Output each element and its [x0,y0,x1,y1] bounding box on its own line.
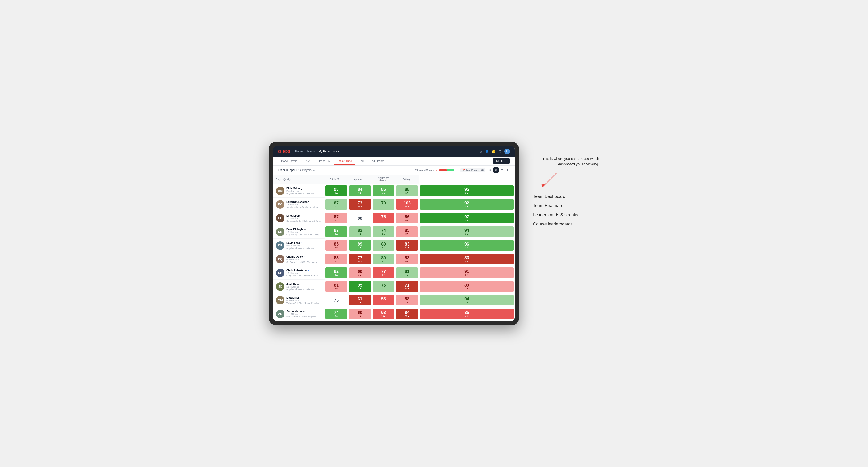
score-box: 75 [326,295,347,305]
search-icon[interactable]: ⌕ [480,150,482,153]
tab-tour[interactable]: Tour [356,158,368,165]
score-value: 86 [405,215,409,219]
score-value: 79 [381,201,386,205]
score-change: 3▼ [465,274,468,276]
player-info: MM Matt Miller 6-10 Handicap Woburn Golf… [276,296,322,305]
player-name[interactable]: Charlie Quick✓ [286,255,322,258]
player-avatar: BM [276,187,284,195]
score-box: 71 11▼ [396,281,418,292]
score-change: 4▲ [405,274,409,276]
dashboard-options: Team Dashboard Team Heatmap Leaderboards… [533,194,599,227]
player-name[interactable]: Elliot Ebert [286,214,322,217]
table-row[interactable]: MM Matt Miller 6-10 Handicap Woburn Golf… [273,293,515,307]
score-value: 80 [381,242,386,246]
table-row[interactable]: JC Josh Coles 1-5 Handicap Royal North D… [273,280,515,293]
nav-home[interactable]: Home [295,149,303,154]
score-approach: 85 8▲ [372,184,395,198]
nav-my-performance[interactable]: My Performance [318,149,339,154]
tab-pga[interactable]: PGA [302,158,314,165]
player-info: DB Dave Billingham 1-5 Handicap Gog Mago… [276,228,322,236]
player-cell: JC Josh Coles 1-5 Handicap Royal North D… [273,280,324,293]
col-player-quality: Player Quality ↕ [273,175,324,184]
player-name[interactable]: Matt Miller [286,296,319,299]
player-name[interactable]: Blair McHarg [286,187,322,190]
score-value: 83 [334,256,339,260]
table-row[interactable]: EE Elliot Ebert 1-5 Handicap Sunningdale… [273,211,515,225]
player-name[interactable]: Dave Billingham [286,228,322,231]
table-row[interactable]: CQ Charlie Quick✓ 6-10 Handicap St. Geor… [273,252,515,266]
player-name[interactable]: Josh Coles [286,283,322,285]
score-off_tee: 77 14▼ [348,252,372,266]
score-value: 60 [358,269,362,274]
score-value: 88 [405,187,409,191]
player-avatar: DB [276,228,284,236]
filter-icon[interactable]: ⬇ [505,167,510,173]
tab-hcaps[interactable]: Hcaps 1-5 [315,158,333,165]
score-box: 81 4▲ [396,268,418,278]
tablet-screen: clippd Home Teams My Performance ⌕ 👤 🔔 ⚙… [273,146,515,321]
player-avatar: CR [276,269,284,277]
score-box: 82 4▲ [349,226,371,237]
score-value: 96 [464,242,469,246]
player-name[interactable]: Aaron Nicholls [286,310,316,313]
nav-teams[interactable]: Teams [306,149,315,154]
navbar-icons: ⌕ 👤 🔔 ⚙ U [480,149,510,154]
player-info: CR Chris Robertson✓ 1-5 Handicap Craigmi… [276,269,322,277]
score-change: 3▼ [405,233,409,235]
score-value: 80 [381,256,386,260]
score-off_tee: 61 3▼ [348,293,372,307]
score-box: 85 3▼ [396,226,418,237]
score-change: 5▲ [465,219,468,221]
list-view-icon[interactable]: ☰ [499,167,504,173]
score-box: 87 4▲ [326,226,347,237]
table-row[interactable]: AN Aaron Nicholls 11-15 Handicap Drift G… [273,307,515,321]
player-name[interactable]: Edward Crossman [286,200,322,203]
score-approach: 58 10▲ [372,307,395,321]
avatar[interactable]: U [504,149,510,154]
settings-icon[interactable]: ⚙ [498,150,501,153]
logo[interactable]: clippd [278,149,290,154]
player-avatar: CQ [276,255,284,263]
add-team-button[interactable]: Add Team [493,158,510,164]
table-row[interactable]: CR Chris Robertson✓ 1-5 Handicap Craigmi… [273,266,515,280]
player-details: Dave Billingham 1-5 Handicap Gog Magog G… [286,228,322,236]
bell-icon[interactable]: 🔔 [492,150,496,153]
score-box: 93 9▲ [326,185,347,196]
player-name[interactable]: David Ford✓ [286,242,322,244]
score-change: 3▼ [465,206,468,208]
score-box: 89 7▲ [349,240,371,251]
table-view-icon[interactable]: ⊟ [493,167,499,173]
score-box: 75 2▲ [373,281,394,292]
tab-all-players[interactable]: All Players [369,158,388,165]
table-body: BM Blair McHarg Plus Handicap Royal Nort… [273,184,515,321]
person-icon[interactable]: 👤 [485,150,489,153]
col-putting: Putting ↕ [395,175,419,184]
view-icons: ⊞ ⊟ ☰ ⬇ [488,167,510,173]
score-change: 8▼ [465,260,468,262]
edit-icon[interactable]: ✏ [313,169,315,172]
player-name[interactable]: Chris Robertson✓ [286,269,318,272]
score-player_quality: 93 9▲ [324,184,348,198]
score-value: 92 [464,201,469,205]
score-around_green: 85 3▼ [395,225,419,239]
score-box: 77 3▼ [373,268,394,278]
score-value: 61 [358,297,362,301]
player-cell: EE Elliot Ebert 1-5 Handicap Sunningdale… [273,211,324,225]
player-club: Drift Golf Club, United Kingdom [286,316,316,318]
score-change: 6▼ [405,260,409,262]
table-row[interactable]: EC Edward Crossman 1-5 Handicap Sunningd… [273,198,515,211]
table-row[interactable]: DF David Ford✓ Plus Handicap Royal North… [273,239,515,252]
annotation-text: This is where you can choose which dashb… [533,156,599,167]
score-change: 2▲ [382,288,385,290]
score-value: 60 [358,310,362,315]
score-approach: 77 3▼ [372,266,395,280]
score-change: 3▼ [382,219,385,221]
tab-pgat-players[interactable]: PGAT Players [278,158,301,165]
grid-view-icon[interactable]: ⊞ [488,167,493,173]
tab-team-clippd[interactable]: Team Clippd [334,158,355,165]
score-box: 85 3▼ [326,240,347,251]
player-cell: MM Matt Miller 6-10 Handicap Woburn Golf… [273,293,324,307]
table-row[interactable]: DB Dave Billingham 1-5 Handicap Gog Mago… [273,225,515,239]
player-cell: EC Edward Crossman 1-5 Handicap Sunningd… [273,198,324,211]
table-row[interactable]: BM Blair McHarg Plus Handicap Royal Nort… [273,184,515,198]
